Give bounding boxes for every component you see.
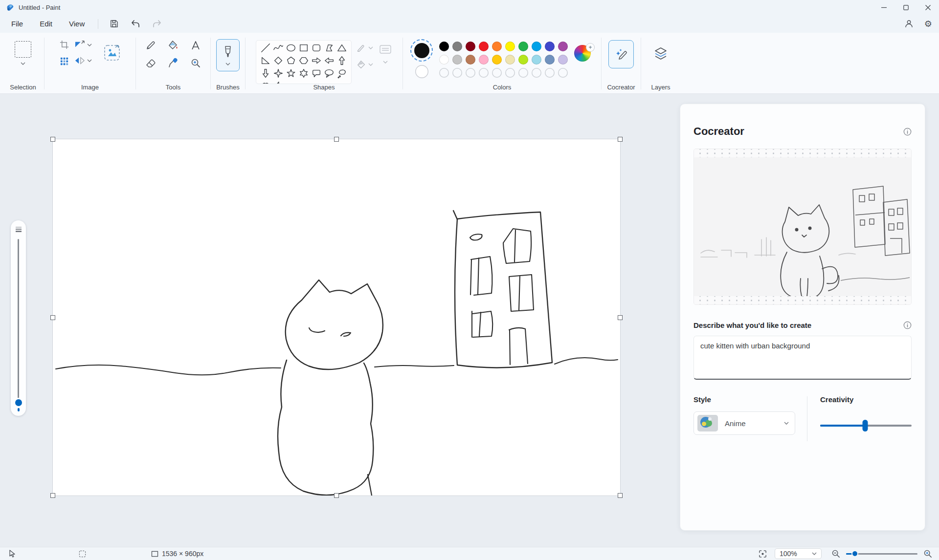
shape-hexagon-icon[interactable] — [298, 55, 310, 66]
selection-resize-handle[interactable] — [618, 137, 623, 142]
color-swatch-empty[interactable] — [532, 68, 541, 78]
shape-triangle-icon[interactable] — [336, 42, 348, 54]
zoom-level-dropdown[interactable]: 100% — [775, 548, 822, 559]
color-swatch[interactable] — [492, 42, 502, 51]
selection-resize-handle[interactable] — [334, 137, 339, 142]
chevron-down-icon[interactable] — [87, 43, 92, 46]
shape-fill-button[interactable] — [357, 60, 373, 69]
shape-polygon-icon[interactable] — [323, 42, 335, 54]
color-swatch[interactable] — [545, 42, 555, 51]
color-swatch[interactable] — [518, 42, 528, 51]
shape-callout-cloud-icon[interactable] — [336, 67, 348, 79]
creativity-slider[interactable] — [820, 420, 912, 431]
color-swatch[interactable] — [452, 42, 462, 51]
selection-resize-handle[interactable] — [50, 493, 55, 498]
shape-curve-icon[interactable] — [272, 42, 284, 54]
color-swatch-empty[interactable] — [545, 68, 555, 78]
color-swatch[interactable] — [479, 55, 489, 65]
color-swatch-empty[interactable] — [439, 68, 449, 78]
brush-size-slider[interactable] — [11, 220, 26, 416]
chevron-down-icon[interactable] — [368, 63, 373, 66]
color-swatch-empty[interactable] — [452, 68, 462, 78]
selection-resize-handle[interactable] — [50, 315, 55, 320]
color-swatch-empty[interactable] — [466, 68, 475, 78]
shape-star-6-icon[interactable] — [298, 67, 310, 79]
flip-button[interactable] — [74, 56, 92, 65]
chevron-down-icon[interactable] — [21, 62, 25, 65]
close-button[interactable] — [917, 0, 939, 15]
shape-callout-rounded-icon[interactable] — [311, 67, 322, 79]
selection-resize-handle[interactable] — [50, 137, 55, 142]
chevron-down-icon[interactable] — [383, 61, 388, 64]
shape-oval-icon[interactable] — [285, 42, 297, 54]
color-swatch-empty[interactable] — [518, 68, 528, 78]
color-swatch[interactable] — [466, 42, 475, 51]
color-swatch-empty[interactable] — [558, 68, 568, 78]
undo-button[interactable] — [126, 17, 145, 31]
color-swatch[interactable] — [466, 55, 475, 65]
color-swatch[interactable] — [545, 55, 555, 65]
text-tool-button[interactable] — [190, 40, 201, 51]
shape-arrow-right-icon[interactable] — [311, 55, 322, 66]
shape-right-triangle-icon[interactable] — [260, 55, 271, 66]
zoom-slider[interactable] — [846, 553, 917, 555]
color-swatch[interactable] — [452, 55, 462, 65]
shape-arrow-left-icon[interactable] — [323, 55, 335, 66]
fill-tool-button[interactable] — [168, 40, 179, 51]
remove-background-button[interactable] — [103, 43, 121, 62]
menu-edit[interactable]: Edit — [31, 17, 61, 30]
color-swatch[interactable] — [505, 42, 515, 51]
rotate-button[interactable] — [59, 56, 69, 66]
shape-diamond-icon[interactable] — [272, 55, 284, 66]
info-icon[interactable] — [903, 321, 912, 329]
shape-callout-oval-icon[interactable] — [323, 67, 335, 79]
fit-to-screen-icon[interactable] — [759, 550, 767, 558]
shape-rounded-rectangle-icon[interactable] — [311, 42, 322, 54]
shape-line-icon[interactable] — [260, 42, 271, 54]
magnifier-tool-button[interactable] — [190, 58, 201, 68]
chevron-down-icon[interactable] — [225, 63, 230, 65]
selection-resize-handle[interactable] — [618, 315, 623, 320]
color-picker-button[interactable] — [168, 58, 179, 68]
account-icon[interactable] — [904, 19, 914, 28]
primary-color-well[interactable] — [410, 39, 433, 62]
color-swatch-empty[interactable] — [505, 68, 515, 78]
zoom-in-icon[interactable] — [923, 549, 932, 558]
brush-size-thumb[interactable] — [15, 399, 22, 406]
color-swatch-empty[interactable] — [479, 68, 489, 78]
settings-gear-icon[interactable]: ⚙ — [924, 20, 932, 28]
save-button[interactable] — [105, 17, 123, 31]
zoom-out-icon[interactable] — [831, 549, 840, 558]
shape-rectangle-icon[interactable] — [298, 42, 310, 54]
stroke-width-button[interactable] — [378, 43, 393, 56]
layers-button[interactable] — [648, 40, 673, 67]
info-icon[interactable] — [903, 128, 912, 136]
secondary-color-well[interactable] — [415, 65, 428, 78]
prompt-input[interactable]: cute kitten with urban background — [693, 336, 912, 380]
edit-colors-button[interactable]: + — [574, 45, 594, 65]
shape-arrow-down-icon[interactable] — [260, 67, 271, 79]
color-swatch[interactable] — [558, 55, 568, 65]
color-swatch[interactable] — [492, 55, 502, 65]
style-dropdown[interactable]: Anime — [693, 411, 795, 435]
color-swatch-empty[interactable] — [492, 68, 502, 78]
redo-button[interactable] — [148, 17, 166, 31]
color-swatch[interactable] — [558, 42, 568, 51]
shape-star-4-icon[interactable] — [272, 67, 284, 79]
selection-tool-button[interactable] — [15, 41, 31, 58]
selection-resize-handle[interactable] — [334, 493, 339, 498]
drawing-canvas[interactable] — [53, 139, 620, 495]
brushes-button[interactable] — [216, 39, 240, 71]
shape-star-5-icon[interactable] — [285, 67, 297, 79]
chevron-down-icon[interactable] — [368, 46, 373, 49]
menu-file[interactable]: File — [3, 17, 31, 30]
color-swatch[interactable] — [439, 42, 449, 51]
creativity-thumb[interactable] — [862, 420, 868, 431]
shape-arrow-up-icon[interactable] — [336, 55, 348, 66]
cocreator-button[interactable] — [608, 40, 634, 68]
chevron-down-icon[interactable] — [87, 59, 92, 62]
brush-size-track[interactable] — [18, 239, 19, 403]
crop-button[interactable] — [59, 39, 69, 50]
color-swatch[interactable] — [505, 55, 515, 65]
pencil-tool-button[interactable] — [145, 40, 156, 51]
